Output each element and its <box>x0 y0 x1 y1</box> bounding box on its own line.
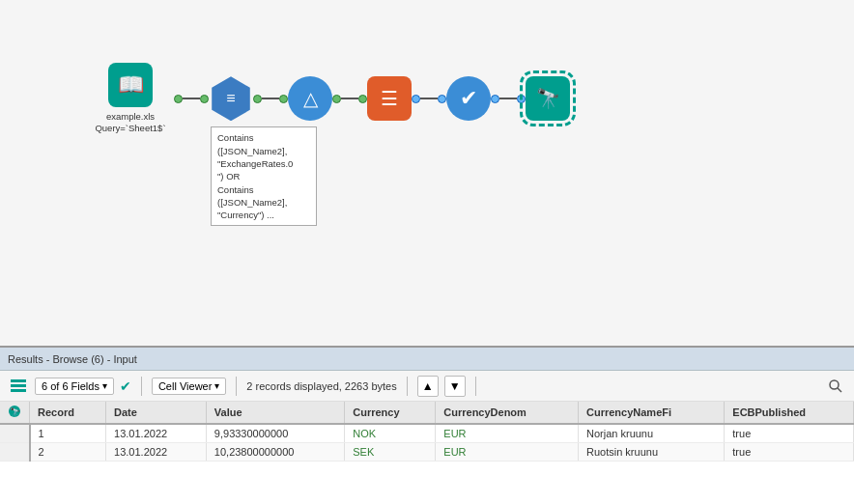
node-browse[interactable]: 🔭 <box>526 76 570 121</box>
node-select1[interactable]: ≡ <box>209 76 253 121</box>
cell-ecbpublished-2: true <box>725 443 854 462</box>
col-header-date: Date <box>106 402 207 424</box>
viewer-chevron-icon: ▾ <box>214 380 219 391</box>
search-button[interactable] <box>825 376 846 397</box>
cell-currency-1: NOK <box>345 424 436 443</box>
workflow-container: 📖 example.xls Query=`Sheet1$` ≡ △ Contai… <box>87 63 570 135</box>
fields-button[interactable]: 6 of 6 Fields ▾ <box>35 378 114 395</box>
svg-line-4 <box>838 388 841 392</box>
node-filter[interactable]: △ Contains([JSON_Name2],"ExchangeRates.0… <box>288 76 332 121</box>
cell-date-2: 13.01.2022 <box>106 443 207 462</box>
connector-dot-green-4 <box>279 95 288 103</box>
fields-label: 6 of 6 Fields <box>42 380 100 392</box>
node-select2[interactable]: ☰ <box>367 76 412 121</box>
row-icon-2 <box>0 443 30 462</box>
record-info: 2 records displayed, 2263 bytes <box>246 380 396 392</box>
cell-currencydenom-2: EUR <box>436 443 579 462</box>
table-header-row: 🔭 Record Date Value Currency CurrencyDen… <box>0 402 854 424</box>
filter-icon: △ <box>288 76 332 121</box>
cell-record-1: 1 <box>30 424 106 443</box>
line-4 <box>420 98 438 99</box>
svg-rect-2 <box>11 389 26 392</box>
cell-ecbpublished-1: true <box>725 424 854 443</box>
fields-chevron-icon: ▾ <box>102 380 107 391</box>
connector-dot-green-3 <box>253 95 262 103</box>
filter-tooltip: Contains([JSON_Name2],"ExchangeRates.0")… <box>211 126 317 226</box>
col-header-currencydenom: CurrencyDenom <box>436 402 579 424</box>
cell-viewer-label: Cell Viewer <box>158 380 212 392</box>
fields-icon <box>8 376 29 397</box>
connector-dot-blue-1 <box>412 95 420 103</box>
cell-value-2: 10,23800000000 <box>206 443 344 462</box>
svg-rect-0 <box>11 379 26 382</box>
browse-icon: 🔭 <box>526 76 570 121</box>
connector-4 <box>412 76 446 121</box>
svg-rect-1 <box>11 384 26 387</box>
col-header-value: Value <box>206 402 344 424</box>
cell-currencydenom-1: EUR <box>436 424 579 443</box>
svg-point-3 <box>830 380 839 389</box>
cell-currencynameFi-2: Ruotsin kruunu <box>579 443 725 462</box>
toolbar: 6 of 6 Fields ▾ ✔ Cell Viewer ▾ 2 record… <box>0 371 854 402</box>
panel-title: Results - Browse (6) - Input <box>8 353 137 365</box>
node-input[interactable]: 📖 example.xls Query=`Sheet1$` <box>87 63 174 135</box>
hexagon-icon: ≡ <box>209 76 253 121</box>
connector-dot-green-5 <box>332 95 341 103</box>
table-row: 2 13.01.2022 10,23800000000 SEK EUR Ruot… <box>0 443 854 462</box>
cell-value-1: 9,93330000000 <box>206 424 344 443</box>
select-icon: ☰ <box>367 76 412 121</box>
line-1 <box>183 98 200 99</box>
cell-currency-2: SEK <box>345 443 436 462</box>
workflow-canvas: 📖 example.xls Query=`Sheet1$` ≡ △ Contai… <box>0 0 854 348</box>
cell-viewer-button[interactable]: Cell Viewer ▾ <box>152 378 226 395</box>
node-check[interactable]: ✔ <box>446 76 491 121</box>
toolbar-separator-3 <box>407 377 408 396</box>
svg-text:🔭: 🔭 <box>10 406 21 418</box>
check-icon: ✔ <box>120 378 131 394</box>
connector-dot-green-1 <box>174 95 183 103</box>
col-header-icon: 🔭 <box>0 402 30 424</box>
col-header-currencynameFi: CurrencyNameFi <box>579 402 725 424</box>
line-5 <box>499 98 517 99</box>
cell-record-2: 2 <box>30 443 106 462</box>
toolbar-separator-1 <box>141 377 142 396</box>
connector-dot-green-6 <box>358 95 367 103</box>
line-3 <box>341 98 358 99</box>
toolbar-separator-4 <box>475 377 476 396</box>
col-header-currency: Currency <box>345 402 436 424</box>
node-input-label: example.xls Query=`Sheet1$` <box>87 111 174 135</box>
connector-5 <box>491 76 526 121</box>
connector-dot-blue-4 <box>517 95 526 103</box>
row-icon-1 <box>0 424 30 443</box>
connector-dot-blue-2 <box>438 95 446 103</box>
col-header-record: Record <box>30 402 106 424</box>
checkmark-icon: ✔ <box>446 76 491 121</box>
table-row: 1 13.01.2022 9,93330000000 NOK EUR Norja… <box>0 424 854 443</box>
connector-3 <box>332 76 367 121</box>
panel-header: Results - Browse (6) - Input <box>0 348 854 371</box>
connector-dot-blue-3 <box>491 95 499 103</box>
scroll-up-button[interactable]: ▲ <box>417 376 439 397</box>
connector-2 <box>253 76 288 121</box>
data-table: 🔭 Record Date Value Currency CurrencyDen… <box>0 402 854 504</box>
scroll-down-button[interactable]: ▼ <box>444 376 466 397</box>
cell-date-1: 13.01.2022 <box>106 424 207 443</box>
bottom-panel: Results - Browse (6) - Input 6 of 6 Fiel… <box>0 348 854 504</box>
cell-currencynameFi-1: Norjan kruunu <box>579 424 725 443</box>
line-2 <box>262 98 279 99</box>
toolbar-separator-2 <box>236 377 237 396</box>
book-icon: 📖 <box>108 63 153 107</box>
connector-dot-green-2 <box>200 95 209 103</box>
col-header-ecbpublished: ECBPublished <box>725 402 854 424</box>
connector-1 <box>174 76 209 121</box>
